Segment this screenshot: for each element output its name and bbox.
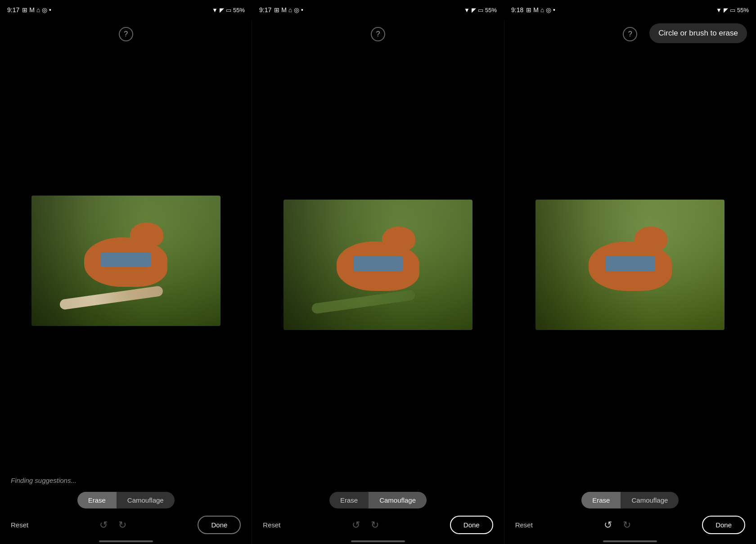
redo-button-1[interactable]: ↻	[115, 517, 130, 533]
toggle-row-1: Erase Camouflage	[7, 492, 244, 508]
erase-button-2[interactable]: Erase	[329, 492, 369, 508]
action-row-1: Reset ↺ ↻ Done	[7, 516, 244, 534]
image-area-1	[0, 45, 252, 477]
home-bar-3	[603, 540, 657, 542]
panel-original: ? Finding suggestions...	[0, 20, 252, 544]
stick-object-1	[59, 285, 163, 310]
camouflage-button-3[interactable]: Camouflage	[621, 492, 679, 508]
suggestions-area-1: Finding suggestions...	[0, 477, 252, 492]
redo-button-2[interactable]: ↻	[367, 517, 382, 533]
undo-button-1[interactable]: ↺	[96, 517, 111, 533]
redo-button-3[interactable]: ↻	[619, 517, 634, 533]
status-left-1: 9:17 ⊞ M ⌂ ◎ •	[7, 6, 51, 13]
help-icon-2[interactable]: ?	[371, 27, 385, 41]
status-right-3: ▼ ◤ ▭ 55%	[716, 7, 749, 13]
status-left-3: 9:18 ⊞ M ⌂ ◎ •	[511, 6, 555, 13]
undo-redo-3: ↺ ↻	[600, 517, 634, 533]
bottom-controls-1: Erase Camouflage Reset ↺ ↻ Done	[0, 492, 252, 538]
dog-photo-3	[536, 200, 724, 330]
dog-photo-2	[284, 200, 472, 330]
signal-icon-1: ◤	[220, 7, 224, 13]
dog-head-2	[382, 227, 415, 251]
panel-camouflage: ? Erase Camo	[252, 20, 504, 544]
battery-icon-3: ▭	[730, 7, 735, 13]
done-button-2[interactable]: Done	[450, 516, 493, 534]
wifi-icon-3: ▼	[716, 7, 722, 13]
panels-container: ? Finding suggestions...	[0, 20, 756, 544]
status-bar-1: 9:17 ⊞ M ⌂ ◎ • ▼ ◤ ▭ 55%	[0, 0, 252, 20]
icons-3: ⊞ M ⌂ ◎ •	[526, 6, 555, 13]
undo-button-3[interactable]: ↺	[600, 517, 616, 533]
erase-button-1[interactable]: Erase	[77, 492, 117, 508]
tooltip-3: Circle or brush to erase	[649, 23, 747, 43]
home-indicator-2	[252, 538, 504, 544]
toggle-row-3: Erase Camouflage	[512, 492, 749, 508]
photo-frame-1	[32, 196, 220, 326]
home-bar-2	[351, 540, 405, 542]
status-right-1: ▼ ◤ ▭ 55%	[212, 7, 245, 13]
erase-button-3[interactable]: Erase	[581, 492, 621, 508]
image-area-3	[504, 45, 756, 485]
dog-body-1	[84, 237, 167, 287]
camouflage-button-2[interactable]: Camouflage	[369, 492, 427, 508]
reset-button-3[interactable]: Reset	[515, 521, 533, 529]
icons-2: ⊞ M ⌂ ◎ •	[274, 6, 303, 13]
reset-button-2[interactable]: Reset	[263, 521, 280, 529]
battery-icon-2: ▭	[478, 7, 483, 13]
undo-redo-2: ↺ ↻	[348, 517, 382, 533]
time-1: 9:17	[7, 6, 19, 13]
dog-head-1	[130, 223, 163, 247]
dog-harness-1	[101, 252, 151, 267]
camouflage-button-1[interactable]: Camouflage	[117, 492, 175, 508]
reset-button-1[interactable]: Reset	[11, 521, 28, 529]
bottom-controls-3: Erase Camouflage Reset ↺ ↻ Done	[504, 492, 756, 538]
dog-harness-3	[605, 256, 655, 271]
photo-frame-3	[536, 200, 724, 330]
help-icon-3[interactable]: ?	[623, 27, 637, 41]
home-indicator-1	[0, 538, 252, 544]
dog-body-3	[589, 241, 672, 291]
battery-icon-1: ▭	[226, 7, 231, 13]
photo-frame-2	[284, 200, 472, 330]
dog-body-shape-2	[337, 241, 420, 291]
dog-body-shape-3	[589, 241, 672, 291]
battery-pct-3: 55%	[737, 7, 749, 13]
suggestions-text-1: Finding suggestions...	[11, 477, 76, 484]
wifi-icon-1: ▼	[212, 7, 218, 13]
status-left-2: 9:17 ⊞ M ⌂ ◎ •	[259, 6, 303, 13]
suggestions-area-3	[504, 485, 756, 492]
bottom-controls-2: Erase Camouflage Reset ↺ ↻ Done	[252, 492, 504, 538]
dog-body-2	[337, 241, 420, 291]
done-button-3[interactable]: Done	[702, 516, 745, 534]
question-icon-1: ?	[124, 30, 128, 38]
action-row-2: Reset ↺ ↻ Done	[259, 516, 496, 534]
dog-photo-1	[32, 196, 220, 326]
battery-pct-2: 55%	[485, 7, 497, 13]
help-row-3: ? Circle or brush to erase	[504, 20, 756, 45]
suggestions-area-2	[252, 485, 504, 492]
action-row-3: Reset ↺ ↻ Done	[512, 516, 749, 534]
question-icon-2: ?	[376, 30, 380, 38]
help-icon-1[interactable]: ?	[119, 27, 133, 41]
status-bar-3: 9:18 ⊞ M ⌂ ◎ • ▼ ◤ ▭ 55%	[504, 0, 756, 20]
help-row-1: ?	[0, 20, 252, 45]
signal-icon-3: ◤	[724, 7, 728, 13]
dog-head-3	[634, 227, 668, 251]
help-row-2: ?	[252, 20, 504, 45]
time-3: 9:18	[511, 6, 523, 13]
wifi-icon-2: ▼	[464, 7, 470, 13]
icons-1: ⊞ M ⌂ ◎ •	[22, 6, 51, 13]
status-right-2: ▼ ◤ ▭ 55%	[464, 7, 497, 13]
question-icon-3: ?	[628, 30, 632, 38]
dog-harness-2	[353, 256, 403, 271]
stick-object-camo	[311, 290, 415, 314]
undo-button-2[interactable]: ↺	[348, 517, 364, 533]
signal-icon-2: ◤	[472, 7, 476, 13]
done-button-1[interactable]: Done	[198, 516, 241, 534]
toggle-row-2: Erase Camouflage	[259, 492, 496, 508]
status-bar-2: 9:17 ⊞ M ⌂ ◎ • ▼ ◤ ▭ 55%	[252, 0, 504, 20]
status-bars-row: 9:17 ⊞ M ⌂ ◎ • ▼ ◤ ▭ 55% 9:17 ⊞ M ⌂ ◎ • …	[0, 0, 756, 20]
battery-pct-1: 55%	[233, 7, 245, 13]
home-bar-1	[99, 540, 153, 542]
undo-redo-1: ↺ ↻	[96, 517, 130, 533]
